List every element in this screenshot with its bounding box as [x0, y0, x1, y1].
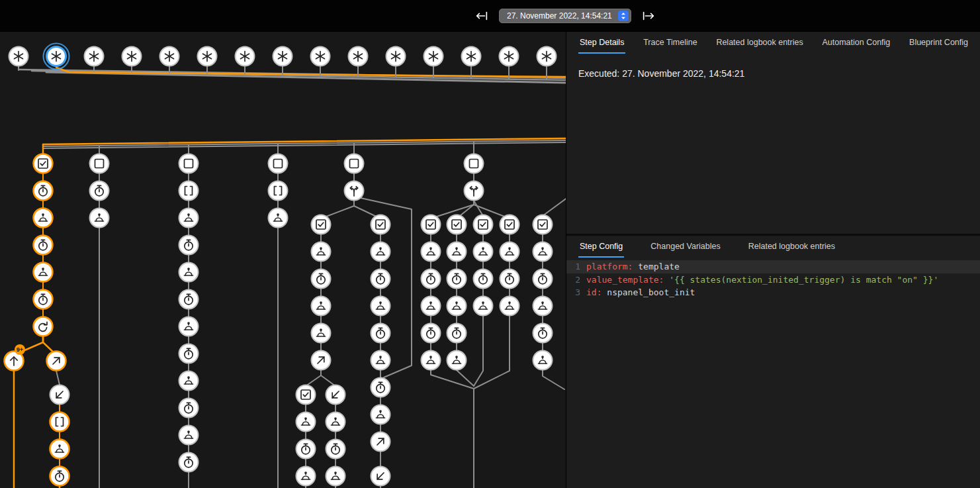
trace-node-bell[interactable] [500, 242, 519, 262]
trace-node-bell[interactable] [179, 209, 199, 228]
trace-node-bell[interactable] [50, 440, 69, 459]
trace-node-bell[interactable] [179, 317, 199, 336]
next-trace-button[interactable] [641, 8, 656, 24]
trace-node-timer[interactable] [447, 269, 467, 289]
trace-node-timer[interactable] [34, 236, 53, 255]
trace-node-bell[interactable] [179, 426, 199, 445]
trace-node-bell[interactable] [312, 324, 331, 343]
trace-node-trigger[interactable] [44, 44, 69, 70]
tab-related-logbook-entries[interactable]: Related logbook entries [747, 236, 836, 258]
tab-step-config[interactable]: Step Config [578, 236, 624, 258]
trace-node-timer[interactable] [179, 399, 199, 418]
trace-node-check-square[interactable] [34, 154, 53, 173]
trace-node-square[interactable] [90, 154, 109, 173]
trace-node-bell[interactable] [371, 242, 390, 262]
trace-node-trigger[interactable] [160, 47, 179, 66]
trace-node-timer[interactable] [179, 236, 199, 255]
trace-node-trigger[interactable] [462, 47, 481, 66]
trace-node-arrow-up-right[interactable] [312, 351, 331, 370]
trace-node-decision[interactable] [465, 181, 484, 201]
trace-node-square[interactable] [345, 154, 364, 173]
trace-node-trigger[interactable] [198, 47, 217, 66]
trace-node-check-square[interactable] [371, 215, 390, 234]
trace-node-timer[interactable] [371, 269, 390, 289]
trace-node-arrow-down-left[interactable] [371, 467, 390, 486]
trace-node-bell[interactable] [474, 297, 493, 316]
trace-node-arrow-down-left[interactable] [50, 385, 69, 405]
trace-node-arrow-up-right[interactable] [47, 352, 66, 371]
tab-trace-timeline[interactable]: Trace Timeline [642, 32, 699, 54]
trace-node-brackets[interactable] [269, 181, 288, 201]
trace-node-trigger[interactable] [9, 47, 28, 66]
trace-node-bell[interactable] [312, 297, 331, 316]
trace-node-decision[interactable] [345, 181, 364, 201]
tab-step-details[interactable]: Step Details [578, 32, 625, 54]
trace-node-timer[interactable] [296, 440, 316, 459]
trace-node-check-square[interactable] [312, 215, 331, 234]
trace-node-bell[interactable] [326, 467, 345, 486]
trace-node-trigger[interactable] [424, 47, 443, 66]
trace-node-timer[interactable] [34, 181, 53, 201]
trace-node-bell[interactable] [326, 413, 345, 432]
trace-node-arrow-up-right[interactable] [371, 432, 390, 452]
trace-node-bell[interactable] [371, 405, 390, 424]
trace-node-bell[interactable] [312, 242, 331, 262]
trace-node-timer[interactable] [179, 453, 199, 472]
trace-node-trigger[interactable] [386, 47, 406, 66]
trace-node-brackets[interactable] [50, 413, 69, 432]
yaml-code-block[interactable]: 1platform: template2value_template: '{{ … [566, 258, 980, 299]
trace-node-bell[interactable] [422, 351, 441, 370]
trace-node-bell[interactable] [34, 209, 53, 228]
trace-node-timer[interactable] [371, 324, 390, 343]
trace-node-bell[interactable] [371, 351, 390, 370]
trace-node-trigger[interactable] [500, 47, 519, 66]
trace-node-bell[interactable] [371, 297, 390, 316]
trace-node-timer[interactable] [50, 467, 69, 486]
trace-node-refresh[interactable] [34, 317, 53, 336]
tab-changed-variables[interactable]: Changed Variables [649, 236, 721, 258]
trace-node-trigger[interactable] [349, 47, 368, 66]
trace-node-bell[interactable] [500, 297, 519, 316]
trace-node-timer[interactable] [371, 378, 390, 397]
tab-related-logbook-entries[interactable]: Related logbook entries [715, 32, 804, 54]
trace-node-timer[interactable] [447, 324, 467, 343]
trace-node-arrow-down-left[interactable] [326, 385, 345, 405]
trace-node-bell[interactable] [533, 351, 553, 370]
tab-blueprint-config[interactable]: Blueprint Config [908, 32, 969, 54]
trace-node-bell[interactable] [34, 263, 53, 282]
trace-node-bell[interactable] [533, 242, 553, 262]
trace-node-trigger[interactable] [537, 47, 557, 66]
trace-node-trigger[interactable] [122, 47, 142, 66]
trace-node-timer[interactable] [474, 269, 493, 289]
trace-node-square[interactable] [465, 154, 484, 173]
trace-node-timer[interactable] [422, 269, 441, 289]
trace-node-bell[interactable] [447, 242, 467, 262]
tab-automation-config[interactable]: Automation Config [821, 32, 891, 54]
trace-node-timer[interactable] [312, 269, 331, 289]
trace-node-timer[interactable] [90, 181, 109, 201]
trace-node-trigger[interactable] [236, 47, 255, 66]
trace-node-check-square[interactable] [474, 215, 493, 234]
trace-node-bell[interactable] [269, 209, 288, 228]
trace-node-timer[interactable] [179, 344, 199, 364]
trace-node-trigger[interactable] [273, 47, 292, 66]
trace-node-bell[interactable] [533, 297, 553, 316]
trace-node-trigger[interactable] [311, 47, 330, 66]
trace-node-timer[interactable] [533, 269, 553, 289]
trace-node-bell[interactable] [179, 371, 199, 391]
trace-node-timer[interactable] [422, 324, 441, 343]
trace-node-bell[interactable] [447, 297, 467, 316]
trace-node-bell[interactable] [447, 351, 467, 370]
trace-node-square[interactable] [179, 154, 199, 173]
trace-node-bell[interactable] [422, 297, 441, 316]
trace-node-timer[interactable] [500, 269, 519, 289]
trace-node-bell[interactable] [296, 467, 316, 486]
trace-node-check-square[interactable] [500, 215, 519, 234]
trace-node-check-square[interactable] [296, 385, 316, 405]
trace-node-check-square[interactable] [533, 215, 553, 234]
trace-node-bell[interactable] [296, 413, 316, 432]
previous-trace-button[interactable] [474, 8, 490, 24]
trace-node-bell[interactable] [179, 263, 199, 282]
trace-node-check-square[interactable] [422, 215, 441, 234]
trace-node-square[interactable] [269, 154, 288, 173]
